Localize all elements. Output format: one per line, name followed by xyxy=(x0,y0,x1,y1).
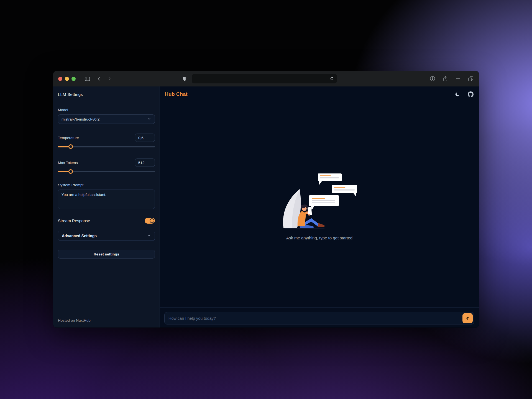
github-icon[interactable] xyxy=(467,91,474,98)
new-tab-icon[interactable] xyxy=(455,75,461,82)
arrow-up-icon xyxy=(465,316,470,321)
speech-bubble xyxy=(309,195,339,210)
refresh-icon[interactable] xyxy=(329,76,335,81)
browser-toolbar xyxy=(53,71,479,86)
message-input[interactable] xyxy=(164,312,474,324)
temperature-input[interactable] xyxy=(135,134,155,142)
traffic-lights xyxy=(58,77,76,81)
chevron-down-icon xyxy=(147,117,151,122)
close-window-button[interactable] xyxy=(58,77,62,81)
stream-response-toggle[interactable] xyxy=(145,218,155,224)
system-prompt-label: System Prompt xyxy=(58,183,155,187)
message-input-bar xyxy=(160,307,479,328)
zoom-window-button[interactable] xyxy=(71,77,76,81)
advanced-settings-accordion[interactable]: Advanced Settings xyxy=(58,231,155,241)
chat-pane: Hub Chat xyxy=(160,86,479,328)
max-tokens-slider[interactable] xyxy=(58,169,155,174)
minimize-window-button[interactable] xyxy=(65,77,69,81)
person-illustration xyxy=(297,204,324,228)
system-prompt-textarea[interactable]: You are a helpful assistant. xyxy=(58,190,155,209)
sidebar-toggle-icon[interactable] xyxy=(84,75,91,82)
max-tokens-slider-thumb[interactable] xyxy=(68,169,73,174)
app-title: Hub Chat xyxy=(165,91,188,97)
empty-state-illustration xyxy=(278,169,361,232)
hosted-on-nuxthub-footer: Hosted on NuxtHub xyxy=(53,314,160,328)
send-message-button[interactable] xyxy=(462,313,473,323)
speech-bubble xyxy=(332,185,357,196)
model-select[interactable]: mistral-7b-instruct-v0.2 xyxy=(58,114,155,124)
chat-empty-state: Ask me anything, type to get started xyxy=(160,102,479,307)
model-label: Model xyxy=(58,108,155,112)
temperature-slider-thumb[interactable] xyxy=(68,144,73,149)
toggle-knob xyxy=(150,218,154,223)
stream-response-label: Stream Response xyxy=(58,219,90,223)
forward-button[interactable] xyxy=(106,75,113,82)
browser-window: LLM Settings Model mistral-7b-instruct-v… xyxy=(53,71,479,328)
temperature-label: Temperature xyxy=(58,136,79,140)
address-bar-input[interactable] xyxy=(195,77,329,81)
sidebar-title: LLM Settings xyxy=(53,86,160,102)
back-button[interactable] xyxy=(96,75,102,82)
address-bar[interactable] xyxy=(192,74,337,83)
privacy-shield-icon[interactable] xyxy=(181,75,188,82)
advanced-settings-label: Advanced Settings xyxy=(62,234,147,238)
reset-settings-button[interactable]: Reset settings xyxy=(58,250,155,259)
model-select-value: mistral-7b-instruct-v0.2 xyxy=(62,117,147,121)
max-tokens-input[interactable] xyxy=(135,158,155,167)
downloads-icon[interactable] xyxy=(429,75,436,82)
speech-bubble xyxy=(318,173,342,185)
settings-sidebar: LLM Settings Model mistral-7b-instruct-v… xyxy=(53,86,160,328)
chevron-down-icon xyxy=(147,233,151,239)
dark-mode-moon-icon[interactable] xyxy=(454,91,461,98)
max-tokens-label: Max Tokens xyxy=(58,161,78,165)
chat-header: Hub Chat xyxy=(160,86,479,102)
share-icon[interactable] xyxy=(442,75,449,82)
tab-overview-icon[interactable] xyxy=(467,75,474,82)
temperature-slider[interactable] xyxy=(58,144,155,149)
empty-state-caption: Ask me anything, type to get started xyxy=(286,236,352,240)
